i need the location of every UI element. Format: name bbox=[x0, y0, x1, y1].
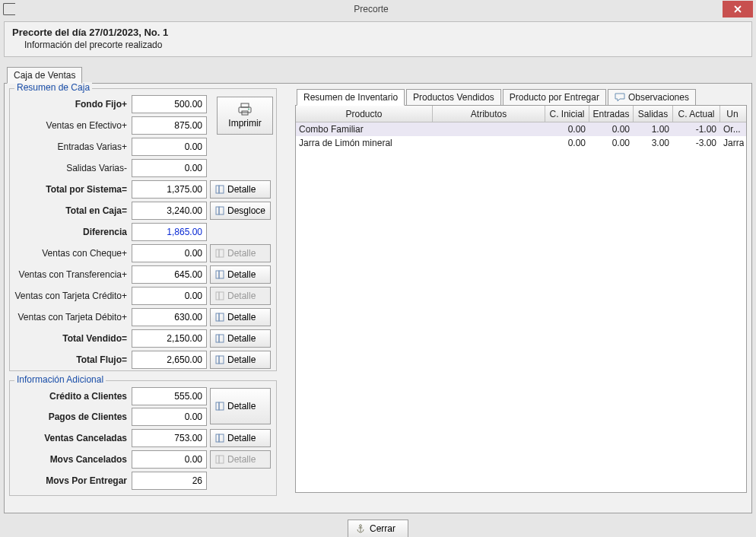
diferencia-label: Diferencia bbox=[13, 227, 129, 237]
grid-header: Producto Atributos C. Inicial Entradas S… bbox=[296, 106, 746, 122]
fondo-fijo-input[interactable] bbox=[132, 95, 207, 113]
detail-icon bbox=[215, 249, 224, 258]
detalle-label: Detalle bbox=[227, 454, 256, 465]
close-button[interactable] bbox=[723, 1, 753, 17]
detail-icon bbox=[215, 291, 224, 300]
desgloce-button[interactable]: Desgloce bbox=[210, 202, 271, 220]
total-sistema-label: Total por Sistema= bbox=[13, 184, 129, 195]
header-panel: Precorte del día 27/01/2023, No. 1 Infor… bbox=[4, 21, 752, 57]
detail-icon bbox=[215, 355, 224, 364]
app-icon bbox=[3, 3, 15, 15]
tab-observaciones[interactable]: Observaciones bbox=[608, 89, 696, 106]
ventas-tc-label: Ventas con Tarjeta Crédito+ bbox=[13, 291, 129, 301]
cell-un: Or... bbox=[720, 123, 745, 135]
printer-icon bbox=[237, 103, 253, 116]
salidas-varias-input[interactable] bbox=[132, 159, 207, 177]
svg-rect-10 bbox=[216, 271, 219, 278]
cell-producto: Combo Familiar bbox=[296, 123, 433, 135]
svg-rect-25 bbox=[219, 456, 224, 463]
detalle-label: Detalle bbox=[227, 333, 256, 344]
svg-rect-24 bbox=[216, 456, 219, 463]
detalle-transf-button[interactable]: Detalle bbox=[210, 265, 271, 284]
movs-entregar-label: Movs Por Entregar bbox=[13, 475, 129, 486]
ventas-td-label: Ventas con Tarjeta Débito+ bbox=[13, 312, 129, 323]
ventas-cheque-input[interactable] bbox=[132, 244, 207, 262]
ventas-tc-input[interactable] bbox=[132, 287, 207, 305]
header-subtitle: Información del precorte realizado bbox=[12, 40, 744, 50]
tab-resumen-inventario[interactable]: Resumen de Inventario bbox=[297, 89, 405, 106]
tab-producto-entregar[interactable]: Producto por Entregar bbox=[503, 89, 606, 106]
detalle-label: Detalle bbox=[227, 248, 256, 259]
svg-rect-1 bbox=[239, 107, 251, 113]
pagos-clientes-label: Pagos de Clientes bbox=[13, 411, 129, 422]
detalle-credito-button[interactable]: Detalle bbox=[210, 388, 271, 424]
desgloce-label: Desgloce bbox=[227, 205, 265, 216]
svg-rect-11 bbox=[219, 271, 224, 278]
fondo-fijo-label: Fondo Fijo+ bbox=[13, 99, 129, 110]
ventas-transf-input[interactable] bbox=[132, 265, 207, 284]
detalle-label: Detalle bbox=[227, 269, 256, 280]
imprimir-button[interactable]: Imprimir bbox=[217, 97, 273, 135]
svg-rect-22 bbox=[216, 434, 219, 442]
info-adicional-legend: Información Adicional bbox=[14, 374, 106, 385]
credito-clientes-label: Crédito a Clientes bbox=[13, 391, 129, 402]
entradas-varias-label: Entradas Varias+ bbox=[13, 141, 129, 152]
total-vendido-label: Total Vendido= bbox=[13, 333, 129, 344]
grid-row[interactable]: Jarra de Limón mineral 0.00 0.00 3.00 -3… bbox=[296, 136, 746, 150]
ventas-efectivo-label: Ventas en Efectivo+ bbox=[13, 120, 129, 131]
credito-clientes-input[interactable] bbox=[132, 387, 207, 405]
speech-bubble-icon bbox=[615, 93, 625, 102]
cell-salidas: 1.00 bbox=[634, 123, 673, 135]
detail-icon bbox=[215, 185, 224, 194]
total-flujo-input[interactable] bbox=[132, 351, 207, 369]
detalle-td-button[interactable]: Detalle bbox=[210, 308, 271, 326]
detalle-label: Detalle bbox=[227, 401, 256, 411]
pagos-clientes-input[interactable] bbox=[132, 408, 207, 426]
col-entradas[interactable]: Entradas bbox=[589, 106, 634, 122]
cell-entradas: 0.00 bbox=[589, 123, 634, 135]
svg-rect-4 bbox=[216, 186, 219, 193]
total-caja-input[interactable] bbox=[132, 202, 207, 220]
tab-caja-ventas[interactable]: Caja de Ventas bbox=[7, 67, 82, 84]
detalle-total-flujo-button[interactable]: Detalle bbox=[210, 351, 271, 369]
inventory-grid[interactable]: Producto Atributos C. Inicial Entradas S… bbox=[295, 105, 747, 493]
ventas-efectivo-input[interactable] bbox=[132, 116, 207, 135]
cell-atributos bbox=[433, 129, 545, 130]
header-title: Precorte del día 27/01/2023, No. 1 bbox=[12, 27, 744, 38]
col-salidas[interactable]: Salidas bbox=[634, 106, 673, 122]
observaciones-label: Observaciones bbox=[628, 92, 689, 103]
detalle-total-sistema-button[interactable]: Detalle bbox=[210, 180, 271, 199]
ventas-td-input[interactable] bbox=[132, 308, 207, 326]
cerrar-button[interactable]: Cerrar bbox=[348, 520, 408, 537]
svg-rect-9 bbox=[219, 249, 224, 257]
grid-row[interactable]: Combo Familiar 0.00 0.00 1.00 -1.00 Or..… bbox=[296, 122, 746, 136]
detail-icon bbox=[215, 206, 224, 215]
total-caja-label: Total en Caja= bbox=[13, 205, 129, 216]
svg-rect-15 bbox=[219, 313, 224, 321]
svg-rect-18 bbox=[216, 356, 219, 364]
detail-icon bbox=[215, 270, 224, 279]
detalle-label: Detalle bbox=[227, 433, 256, 443]
movs-entregar-input[interactable] bbox=[132, 472, 207, 490]
col-cinicial[interactable]: C. Inicial bbox=[545, 106, 589, 122]
col-cactual[interactable]: C. Actual bbox=[673, 106, 720, 122]
entradas-varias-input[interactable] bbox=[132, 138, 207, 156]
cell-producto: Jarra de Limón mineral bbox=[296, 137, 433, 149]
close-icon bbox=[733, 5, 742, 14]
diferencia-input[interactable] bbox=[132, 223, 207, 241]
detalle-canceladas-button[interactable]: Detalle bbox=[210, 429, 271, 447]
movs-cancelados-input[interactable] bbox=[132, 450, 207, 469]
ventas-canceladas-input[interactable] bbox=[132, 429, 207, 447]
detalle-label: Detalle bbox=[227, 354, 256, 365]
detalle-tc-button: Detalle bbox=[210, 287, 271, 305]
detalle-total-vendido-button[interactable]: Detalle bbox=[210, 329, 271, 348]
col-producto[interactable]: Producto bbox=[296, 106, 433, 122]
tab-productos-vendidos[interactable]: Productos Vendidos bbox=[406, 89, 501, 106]
svg-rect-17 bbox=[219, 335, 224, 342]
svg-point-26 bbox=[360, 525, 362, 527]
total-sistema-input[interactable] bbox=[132, 180, 207, 199]
detail-icon bbox=[215, 434, 224, 443]
total-vendido-input[interactable] bbox=[132, 329, 207, 348]
col-un[interactable]: Un bbox=[720, 106, 745, 122]
col-atributos[interactable]: Atributos bbox=[433, 106, 545, 122]
